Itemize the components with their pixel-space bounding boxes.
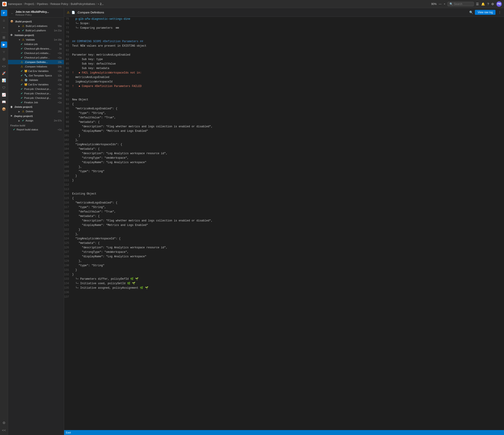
log-text: "type": "String" xyxy=(72,263,504,268)
job-compare-definitions[interactable]: ⚠ .Compare Definitio... 19s xyxy=(8,60,64,64)
job-init[interactable]: ✔ Initialize job 1s xyxy=(8,42,64,46)
avatar[interactable]: PM xyxy=(496,1,502,7)
project-icon[interactable]: P xyxy=(1,10,7,16)
job-duration: <1s xyxy=(58,97,62,99)
job-checkout-pr1-init[interactable]: ✔ Checkout pr1-initiativ... <1s xyxy=(8,51,64,55)
log-line-76: 76 └─ Scope: xyxy=(64,21,504,26)
job-duration: 1s xyxy=(59,43,62,45)
job-get-template-specs[interactable]: ✔ 🔧 .Get Template Specs 12s xyxy=(8,73,64,78)
group-deploy-project1[interactable]: ✕ .Deploy project1 xyxy=(8,114,64,118)
log-line-110: 110 } xyxy=(64,174,504,178)
search-box[interactable]: 🔍 xyxy=(448,2,474,6)
back-button[interactable]: ← xyxy=(11,12,14,15)
log-line-94: 94 { xyxy=(64,102,504,107)
log-text: Sub key: metadata xyxy=(72,66,504,70)
log-text: └─ Comparing parameters ⊞⊞ xyxy=(72,26,504,30)
status-ok-icon: ✔ xyxy=(21,43,23,46)
log-area[interactable]: 75 p-glb-afw-diagnostic-settings-dine 76… xyxy=(64,17,504,430)
log-text: "type": "String", xyxy=(72,111,504,115)
analytics-icon[interactable]: 📈 xyxy=(1,92,7,98)
job-validate-sub[interactable]: ⚠ ⚙️ .Validate 23s xyxy=(8,78,64,82)
job-post-checkout-pr2[interactable]: ✔ Post-job: Checkout pr... <1s xyxy=(8,91,64,96)
zoom-plus-icon[interactable]: + xyxy=(444,2,445,6)
group-delete-project1[interactable]: 🗑 .Delete project1 xyxy=(8,105,64,109)
job-duration: 55s xyxy=(58,25,62,27)
group-validate-project1[interactable]: ⚙ .Validate project1 xyxy=(8,33,64,37)
log-line-130: 130 "type": "String" xyxy=(64,263,504,268)
job-duration: <1s xyxy=(58,101,62,104)
pipeline-icon[interactable]: ▶ xyxy=(1,41,7,48)
job-validate[interactable]: ▼ ⚠ Validate 1m 16s xyxy=(8,37,64,42)
group-build-label: .Build project1 xyxy=(15,20,32,23)
job-duration: <1s xyxy=(58,83,62,86)
dashboard-icon[interactable]: ⊞ xyxy=(1,34,7,41)
wiki-icon[interactable]: 📖 xyxy=(1,99,7,105)
top-bar: namespace / Project1 / Pipelines / Relea… xyxy=(0,0,504,8)
log-text: } xyxy=(72,268,504,272)
line-number: 88 xyxy=(64,75,72,79)
log-line-107: 107 "displayName": "Log Analytics worksp… xyxy=(64,160,504,165)
job-compare-initiatives[interactable]: ⚠ .Compare Initiatives 14s xyxy=(8,64,64,69)
issues-icon[interactable]: ◎ xyxy=(1,56,7,62)
job-delete[interactable]: ▶ ⚠ Delete 26s xyxy=(8,109,64,114)
home-icon[interactable]: ⌂ xyxy=(1,17,7,23)
job-post-checkout-gl[interactable]: ✔ Post-job: Checkout gl... <1s xyxy=(8,96,64,100)
job-checkout-pr1-plat[interactable]: ✔ Checkout pr1-platfor... <1s xyxy=(8,55,64,60)
monitor-icon[interactable]: 📊 xyxy=(1,77,7,84)
job-build-pr1-platform[interactable]: ▶ ✔ Build pr1-platform 1m 21s xyxy=(8,28,64,33)
log-text: { xyxy=(72,102,504,106)
help-icon[interactable]: ? xyxy=(487,2,489,6)
line-number: 115 xyxy=(64,196,72,200)
line-number: 134 xyxy=(64,281,72,286)
line-number: 128 xyxy=(64,254,72,259)
line-number: 80 xyxy=(64,39,72,44)
settings-icon[interactable]: ⚙ xyxy=(491,2,494,6)
log-text: }, xyxy=(72,138,504,142)
code-icon[interactable]: <> xyxy=(1,63,7,69)
breadcrumb-namespace[interactable]: namespace xyxy=(8,2,22,6)
chevrons-icon[interactable]: << xyxy=(1,427,7,433)
view-raw-button[interactable]: View raw log xyxy=(475,10,495,15)
zoom-minus-icon[interactable]: — xyxy=(439,2,441,6)
line-number: 132 xyxy=(64,272,72,277)
log-text: "metadata": { xyxy=(72,241,504,245)
job-name: .Compare Initiatives xyxy=(24,65,56,68)
log-text: } xyxy=(72,272,504,277)
group-build-project1[interactable]: 📦 .Build project1 xyxy=(8,19,64,24)
job-cat-env-1[interactable]: ✔ 🐱 Cat Env Variables <1s xyxy=(8,69,64,73)
job-report-build[interactable]: ✔ Report build status <1s xyxy=(8,127,64,132)
list-icon[interactable]: ☰ xyxy=(476,2,479,6)
line-number: 110 xyxy=(64,174,72,178)
job-name: Assign xyxy=(26,119,53,122)
log-line-124: 124 "logAnalyticsWorkspaceId": { xyxy=(64,236,504,241)
job-checkout-glb[interactable]: ✔ Checkout glb-libraries... 1s xyxy=(8,46,64,51)
search-log-icon[interactable]: 🔍 xyxy=(469,10,473,14)
job-build-pr1-initiatives[interactable]: ▶ ⚠ Build pr1-initiatives 55s xyxy=(8,24,64,28)
app-logo[interactable] xyxy=(2,2,7,6)
log-line-103: 103 "logAnalyticsWorkspaceIds": { xyxy=(64,142,504,147)
line-number: 79 xyxy=(64,35,72,39)
line-number: 101 xyxy=(64,134,72,138)
packages-icon[interactable]: 📦 xyxy=(1,106,7,112)
log-text: }, xyxy=(72,259,504,263)
breadcrumb-build[interactable]: BuildPolicyInitiatives xyxy=(71,2,95,6)
job-assign[interactable]: ▶ ✔ Assign 2m 57s xyxy=(8,118,64,123)
more-options-icon[interactable]: ⋮ xyxy=(498,10,501,14)
search-input[interactable] xyxy=(454,2,472,6)
security-icon[interactable]: 🛡 xyxy=(1,84,7,91)
source-icon[interactable]: ⑂ xyxy=(1,49,7,55)
job-post-checkout-pr1[interactable]: ✔ Post-job: Checkout pr... <1s xyxy=(8,87,64,91)
sidebar-subtitle: Release Policy xyxy=(16,13,61,16)
line-number: 78 xyxy=(64,30,72,35)
breadcrumb-release-policy[interactable]: Release Policy xyxy=(50,2,68,6)
job-cat-env-2[interactable]: ✔ 🐱 Cat Env Variables <1s xyxy=(8,82,64,87)
breadcrumb-pipelines[interactable]: Pipelines xyxy=(37,2,48,6)
log-text: }, xyxy=(72,232,504,236)
gear-bottom-icon[interactable]: ⚙ xyxy=(1,420,7,426)
log-line-116: 116 "metricsAndLogsEnabled": { xyxy=(64,200,504,205)
job-finalize-job[interactable]: ✔ Finalize Job <1s xyxy=(8,100,64,105)
breadcrumb-project1[interactable]: Project1 xyxy=(24,2,34,6)
deploy-icon[interactable]: 🚀 xyxy=(1,70,7,76)
plus-icon[interactable]: + xyxy=(1,24,7,30)
bell-icon[interactable]: 🔔 xyxy=(481,2,485,6)
